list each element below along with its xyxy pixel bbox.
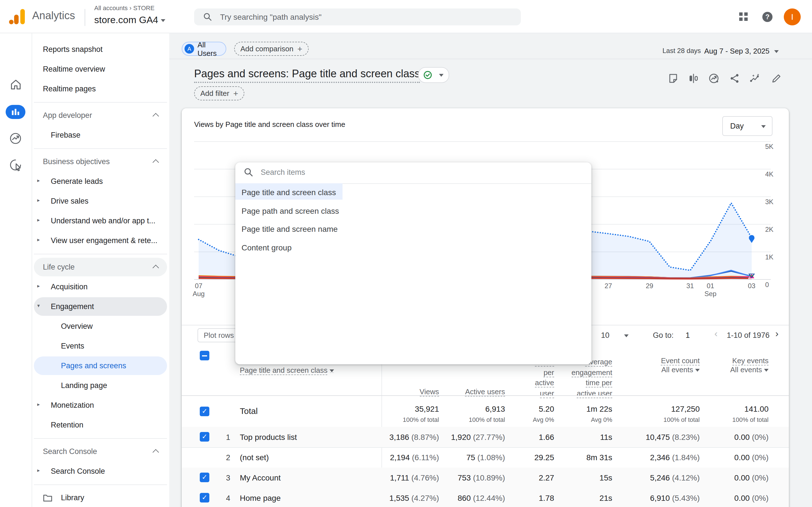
- add-comparison-button[interactable]: Add comparison+: [234, 42, 308, 56]
- row-title: (not set): [240, 453, 269, 462]
- check-circle-icon: [423, 70, 432, 79]
- next-page-icon[interactable]: ›: [775, 328, 778, 339]
- dropdown-item-content-group[interactable]: Content group: [235, 238, 591, 256]
- breadcrumb[interactable]: All accounts › STORE: [94, 4, 155, 11]
- chevron-right-icon[interactable]: ▸: [37, 217, 40, 223]
- help-icon[interactable]: ?: [762, 12, 772, 22]
- insights-icon[interactable]: [708, 73, 719, 84]
- dropdown-item-label: Page path and screen class: [241, 206, 339, 215]
- y-tick-label: 1K: [765, 253, 773, 261]
- chevron-up-icon[interactable]: [153, 113, 159, 120]
- analytics-logo-icon[interactable]: [8, 8, 26, 25]
- chevron-up-icon[interactable]: [153, 449, 159, 456]
- sidebar-item-library[interactable]: Library: [32, 488, 169, 507]
- sidebar-item-label: Reports snapshot: [43, 45, 103, 54]
- granularity-select[interactable]: Day: [722, 116, 772, 136]
- chevron-right-icon[interactable]: ▸: [37, 178, 40, 183]
- sidebar-item-label: Monetization: [51, 401, 94, 409]
- dropdown-item-page-path-and-screen-class[interactable]: Page path and screen class: [235, 202, 591, 220]
- goto-page-input[interactable]: 1: [686, 331, 690, 339]
- sidebar-item-label: View user engagement & rete...: [51, 236, 157, 245]
- cell-value: 0.00 (0%): [672, 453, 768, 462]
- sidebar-item-life-cycle[interactable]: Life cycle: [32, 257, 169, 277]
- sidebar-divider: [32, 435, 169, 442]
- row-checkbox[interactable]: ✓: [200, 407, 209, 416]
- chevron-right-icon[interactable]: ▸: [37, 467, 40, 473]
- table-row[interactable]: ✓1Top products list3,186 (8.87%)1,920 (2…: [182, 427, 789, 447]
- chevron-right-icon[interactable]: ▸: [37, 198, 40, 203]
- cell-value: 21s: [516, 494, 612, 503]
- sidebar-item-search-console[interactable]: Search Console: [32, 442, 169, 461]
- total-sub-label: 100% of total: [672, 416, 768, 423]
- property-selector[interactable]: store.com GA4: [94, 15, 165, 26]
- sidebar-item-landing-page[interactable]: Landing page: [32, 376, 169, 395]
- explore-icon[interactable]: [9, 132, 22, 145]
- all-users-chip[interactable]: A All Users: [182, 42, 226, 56]
- sidebar-item-app-developer[interactable]: App developer: [32, 106, 169, 125]
- chevron-up-icon[interactable]: [153, 159, 159, 166]
- reports-active-icon[interactable]: [6, 105, 25, 119]
- chevron-down-icon[interactable]: ▾: [37, 303, 40, 308]
- insights-sparkle-icon[interactable]: [749, 73, 761, 84]
- notes-icon[interactable]: [667, 73, 679, 84]
- comparison-icon[interactable]: [688, 73, 699, 84]
- share-icon[interactable]: [729, 73, 740, 84]
- sidebar-item-search-console[interactable]: ▸Search Console: [32, 461, 169, 481]
- sidebar-item-retention[interactable]: Retention: [32, 415, 169, 435]
- sidebar-item-generate-leads[interactable]: ▸Generate leads: [32, 171, 169, 191]
- sidebar-item-label: Landing page: [61, 381, 107, 390]
- chevron-right-icon[interactable]: ▸: [37, 283, 40, 289]
- sidebar-item-engagement[interactable]: ▾Engagement: [32, 297, 169, 317]
- column-header-keyevents[interactable]: Key events: [622, 355, 768, 365]
- data-quality-badge[interactable]: [418, 67, 449, 83]
- top-bar: Analytics All accounts › STORE store.com…: [0, 0, 812, 33]
- table-row[interactable]: ✓3My Account1,711 (4.76%)753 (10.89%)2.2…: [182, 467, 789, 488]
- sidebar-item-overview[interactable]: Overview: [32, 317, 169, 336]
- dropdown-item-page-title-and-screen-class[interactable]: Page title and screen class: [235, 183, 591, 201]
- sidebar-item-business-objectives[interactable]: Business objectives: [32, 152, 169, 171]
- sidebar-item-acquisition[interactable]: ▸Acquisition: [32, 277, 169, 297]
- date-caret-icon[interactable]: [774, 50, 779, 53]
- dropdown-item-label: Content group: [241, 243, 291, 252]
- sidebar-item-realtime-overview[interactable]: Realtime overview: [32, 59, 169, 79]
- global-search-input[interactable]: Try searching "path analysis": [194, 8, 521, 25]
- sidebar-item-monetization[interactable]: ▸Monetization: [32, 395, 169, 415]
- chevron-right-icon[interactable]: ▸: [37, 237, 40, 242]
- sidebar-item-realtime-pages[interactable]: Realtime pages: [32, 79, 169, 99]
- dropdown-item-page-title-and-screen-name[interactable]: Page title and screen name: [235, 220, 591, 238]
- sidebar-item-understand-web-and-or-app-t[interactable]: ▸Understand web and/or app t...: [32, 211, 169, 231]
- badge-caret-icon: [439, 74, 443, 77]
- sidebar-item-events[interactable]: Events: [32, 336, 169, 356]
- dropdown-search-input[interactable]: Search items: [235, 162, 591, 184]
- header-divider: [169, 59, 812, 59]
- metric-filter-select[interactable]: All events: [622, 365, 768, 374]
- apps-grid-icon[interactable]: [739, 12, 748, 21]
- sidebar-item-pages-and-screens[interactable]: Pages and screens: [32, 356, 169, 376]
- table-row[interactable]: 2(not set)2,194 (6.11%)75 (1.08%)29.258m…: [182, 447, 789, 467]
- chevron-right-icon[interactable]: ▸: [37, 401, 40, 407]
- row-checkbox[interactable]: ✓: [200, 493, 209, 503]
- select-all-checkbox[interactable]: [200, 351, 209, 360]
- table-row[interactable]: ✓4Home page1,535 (4.27%)860 (12.44%)1.78…: [182, 488, 789, 507]
- plot-rows-button[interactable]: Plot rows: [198, 328, 240, 342]
- date-range-picker[interactable]: Aug 7 - Sep 3, 2025: [704, 47, 769, 55]
- row-checkbox[interactable]: ✓: [200, 472, 209, 482]
- sidebar-item-view-user-engagement-rete[interactable]: ▸View user engagement & rete...: [32, 231, 169, 250]
- rows-per-page-caret-icon[interactable]: [624, 334, 629, 337]
- advertising-icon[interactable]: [9, 159, 22, 171]
- avatar[interactable]: I: [784, 8, 801, 25]
- dimension-header[interactable]: Page title and screen class: [240, 366, 334, 375]
- sidebar-item-label: Understand web and/or app t...: [51, 217, 156, 225]
- home-icon[interactable]: [10, 78, 22, 91]
- edit-pencil-icon[interactable]: [771, 73, 782, 84]
- row-checkbox[interactable]: ✓: [200, 432, 209, 442]
- prev-page-icon[interactable]: ‹: [714, 328, 717, 339]
- page-title[interactable]: Pages and screens: Page title and screen…: [194, 68, 420, 83]
- row-title: My Account: [240, 473, 281, 482]
- sidebar-item-reports-snapshot[interactable]: Reports snapshot: [32, 40, 169, 59]
- sidebar-item-drive-sales[interactable]: ▸Drive sales: [32, 191, 169, 211]
- table-total-row: ✓Total35,9216,9135.201m 22s127,250141.00…: [182, 395, 789, 427]
- add-filter-button[interactable]: Add filter+: [194, 86, 244, 100]
- sidebar-item-firebase[interactable]: Firebase: [32, 125, 169, 145]
- sidebar-item-label: Drive sales: [51, 197, 89, 205]
